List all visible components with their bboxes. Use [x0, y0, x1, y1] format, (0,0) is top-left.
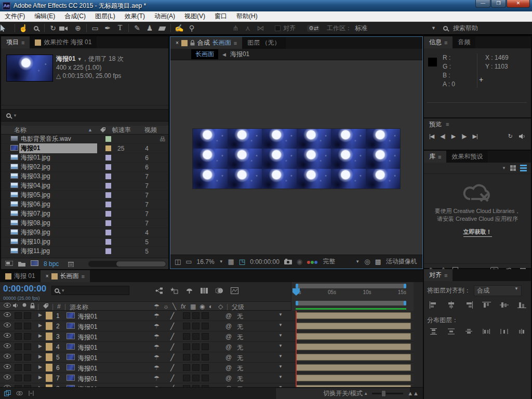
- solo-lock-cell[interactable]: [24, 354, 31, 361]
- tab-effect-controls[interactable]: 效果控件 海报 01: [30, 36, 97, 48]
- layer-expand-arrow[interactable]: ▶: [38, 312, 42, 317]
- solo-lock-cell[interactable]: [24, 312, 31, 319]
- layer-visibility-eye-icon[interactable]: [4, 312, 11, 317]
- item-name[interactable]: 海报10.jpg: [19, 237, 97, 247]
- fx-toggle-cell[interactable]: [183, 333, 190, 340]
- distribute-right-icon[interactable]: [517, 328, 526, 335]
- layer-visibility-eye-icon[interactable]: [4, 354, 11, 358]
- frame-blend-switch-icon[interactable]: ▦: [190, 303, 196, 310]
- show-channel-icon[interactable]: [307, 258, 318, 265]
- label-color-chip[interactable]: [105, 248, 111, 254]
- audio-toggle-cell[interactable]: [15, 312, 22, 319]
- close-tab-icon[interactable]: ×: [46, 273, 49, 279]
- fx-toggle-cell[interactable]: [183, 354, 190, 361]
- parent-dropdown[interactable]: 无▼: [235, 312, 285, 322]
- column-video[interactable]: 视频: [144, 126, 157, 135]
- layer-label-chip[interactable]: [46, 332, 52, 340]
- layer-label-chip[interactable]: [46, 364, 52, 371]
- label-color-chip[interactable]: [105, 174, 111, 179]
- layer-label-chip[interactable]: [46, 374, 52, 382]
- maximize-button[interactable]: ❐: [491, 0, 506, 8]
- item-name[interactable]: 海报04.jpg: [19, 181, 97, 191]
- layer-shy-icon[interactable]: ☂: [154, 364, 159, 371]
- hide-shy-layers-icon[interactable]: [185, 287, 193, 294]
- tab-libraries[interactable]: 库≡: [424, 151, 446, 163]
- label-color-chip[interactable]: [105, 239, 111, 245]
- layer-quality-icon[interactable]: ╱: [170, 312, 174, 320]
- first-frame-button[interactable]: |◀: [429, 133, 434, 140]
- item-name[interactable]: 海报02.jpg: [19, 162, 97, 172]
- camera-tool[interactable]: [59, 25, 72, 31]
- timeline-zoom-slider[interactable]: [372, 393, 403, 394]
- distribute-horizontal-center-icon[interactable]: [500, 328, 509, 335]
- snap-checkbox[interactable]: [275, 25, 281, 31]
- frame-blend-cell[interactable]: [192, 333, 200, 340]
- layer-duration-bar[interactable]: [296, 323, 411, 329]
- brush-tool[interactable]: ✎: [131, 24, 143, 32]
- help-search-input[interactable]: 搜索帮助: [453, 24, 478, 33]
- label-color-chip[interactable]: [105, 164, 111, 170]
- get-creative-cloud-link[interactable]: 立即获取！: [463, 228, 492, 237]
- timeline-search-box[interactable]: ▼: [51, 286, 129, 295]
- fx-toggle-cell[interactable]: [183, 312, 190, 319]
- timeline-layer-row[interactable]: ▶ 8 海报01 ☂ ╱ @ 无▼: [0, 383, 414, 387]
- composition-stage[interactable]: [170, 60, 422, 255]
- motion-blur-cell[interactable]: [202, 364, 209, 371]
- project-item-row[interactable]: 海报03.jpg 7 品: [1, 172, 168, 181]
- audio-toggle-cell[interactable]: [15, 354, 22, 361]
- project-item-row[interactable]: 海报06.jpg 7 品: [1, 200, 168, 209]
- transparency-grid-icon[interactable]: ▩: [375, 258, 381, 265]
- parent-pickwhip-icon[interactable]: @: [225, 312, 232, 320]
- timeline-layer-row[interactable]: ▶ 6 海报01 ☂ ╱ @ 无▼: [0, 363, 414, 373]
- sync-settings-icon[interactable]: ⚙⇄: [307, 25, 320, 32]
- item-name[interactable]: 电影背景音乐.wav: [19, 135, 97, 144]
- label-color-chip[interactable]: [105, 192, 111, 198]
- new-composition-icon[interactable]: [31, 260, 38, 268]
- work-area-bar[interactable]: [296, 301, 406, 305]
- tab-timeline-comp2[interactable]: × 长画面 ≡: [41, 270, 90, 282]
- view-axis-mode-icon[interactable]: ⋈: [254, 24, 267, 32]
- playhead-line[interactable]: [296, 311, 297, 387]
- parent-pickwhip-icon[interactable]: @: [225, 323, 232, 330]
- audio-column-icon[interactable]: [13, 303, 19, 308]
- next-frame-button[interactable]: |▶: [461, 133, 466, 140]
- frame-blending-icon[interactable]: [201, 287, 208, 294]
- timeline-layer-row[interactable]: ▶ 4 海报01 ☂ ╱ @ 无▼: [0, 342, 414, 352]
- audio-toggle-cell[interactable]: [15, 343, 22, 350]
- graph-editor-icon[interactable]: [231, 287, 238, 294]
- panel-menu-icon[interactable]: ≡: [234, 40, 237, 46]
- layer-shy-icon[interactable]: ☂: [154, 323, 159, 330]
- fx-switch-icon[interactable]: fx: [181, 303, 185, 310]
- panel-menu-icon[interactable]: ≡: [438, 154, 441, 160]
- project-item-row[interactable]: 海报09.jpg 4 品: [1, 228, 168, 237]
- type-tool[interactable]: T: [114, 24, 126, 32]
- item-name[interactable]: 海报09.jpg: [19, 228, 97, 237]
- layer-label-chip[interactable]: [46, 353, 52, 361]
- snapshot-camera-icon[interactable]: [284, 259, 292, 264]
- zoom-in-mountain-icon[interactable]: ▲▲: [407, 390, 419, 396]
- target-region-icon[interactable]: ◎: [364, 258, 370, 265]
- frame-blend-cell[interactable]: [192, 375, 200, 381]
- delete-item-icon[interactable]: [68, 261, 74, 267]
- threed-switch-icon[interactable]: ◇: [218, 303, 223, 310]
- align-vertical-center-icon[interactable]: [500, 301, 509, 309]
- item-name[interactable]: 海报06.jpg: [19, 200, 97, 209]
- layer-quality-icon[interactable]: ╱: [170, 364, 174, 371]
- lock-icon[interactable]: [190, 40, 195, 46]
- loop-icon[interactable]: ↻: [508, 133, 513, 140]
- project-item-row[interactable]: 海报11.jpg 5 品: [1, 247, 168, 256]
- audio-toggle-cell[interactable]: [15, 364, 22, 371]
- project-search-box[interactable]: ▼: [1, 109, 168, 122]
- item-dropdown-arrow[interactable]: ▼: [77, 57, 82, 62]
- layer-source-name[interactable]: 海报01: [78, 333, 97, 342]
- solo-lock-cell[interactable]: [24, 364, 31, 371]
- project-item-row[interactable]: 海报07.jpg 7 品: [1, 209, 168, 219]
- parent-pickwhip-icon[interactable]: @: [225, 333, 232, 340]
- distribute-top-icon[interactable]: [429, 328, 438, 335]
- project-item-row[interactable]: 海报01.jpg 6 品: [1, 153, 168, 163]
- always-preview-icon[interactable]: ◫: [175, 258, 181, 265]
- draft-3d-icon[interactable]: [170, 287, 178, 294]
- timeline-layer-row[interactable]: ▶ 7 海报01 ☂ ╱ @ 无▼: [0, 373, 414, 383]
- panel-menu-icon[interactable]: ≡: [444, 39, 447, 46]
- label-column-icon[interactable]: [43, 303, 49, 309]
